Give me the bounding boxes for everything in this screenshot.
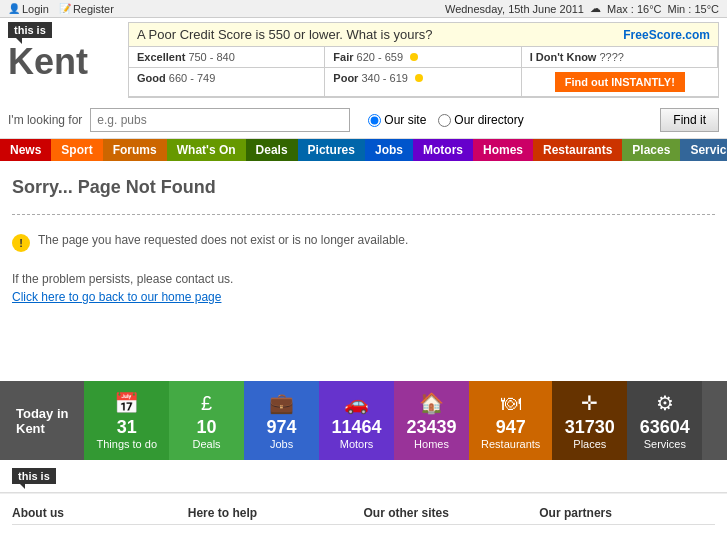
deals-icon: £	[201, 392, 212, 415]
radio-our-site-label: Our site	[384, 113, 426, 127]
nav-pictures[interactable]: Pictures	[298, 139, 365, 161]
ad-grid: Excellent 750 - 840 Fair 620 - 659 I Don…	[129, 47, 718, 97]
register-icon: 📝	[59, 3, 71, 14]
ad-good: Good 660 - 749	[129, 68, 325, 97]
today-label: Today in Kent	[0, 381, 84, 460]
motors-icon: 🚗	[344, 391, 369, 415]
footer-about: About us	[12, 506, 188, 531]
jobs-icon: 💼	[269, 391, 294, 415]
persist-message: If the problem persists, please contact …	[12, 272, 715, 286]
nav-news[interactable]: News	[0, 139, 51, 161]
places-count: 31730	[565, 417, 615, 438]
motors-count: 11464	[332, 417, 382, 438]
services-icon: ⚙	[656, 391, 674, 415]
find-button[interactable]: Find it	[660, 108, 719, 132]
today-jobs[interactable]: 💼 974 Jobs	[244, 381, 319, 460]
footer-logo: this is	[0, 460, 727, 493]
fair-dot	[410, 53, 418, 61]
services-count: 63604	[640, 417, 690, 438]
date-display: Wednesday, 15th June 2011	[445, 3, 584, 15]
login-link[interactable]: 👤 Login	[8, 3, 49, 15]
ad-cta-button[interactable]: Find out INSTANTLY!	[555, 72, 685, 92]
footer-thisis-badge: this is	[12, 468, 56, 484]
ad-cta-cell[interactable]: Find out INSTANTLY!	[522, 68, 718, 97]
today-deals[interactable]: £ 10 Deals	[169, 381, 244, 460]
footer-other-sites: Our other sites	[364, 506, 540, 531]
today-text: Today in	[16, 406, 68, 421]
footer-partners-title: Our partners	[539, 506, 715, 525]
jobs-label: Jobs	[270, 438, 293, 450]
today-bar: Today in Kent 📅 31 Things to do £ 10 Dea…	[0, 381, 727, 460]
today-homes[interactable]: 🏠 23439 Homes	[394, 381, 469, 460]
homepage-link[interactable]: Click here to go back to our home page	[12, 290, 715, 304]
motors-label: Motors	[340, 438, 374, 450]
radio-our-site[interactable]: Our site	[368, 113, 426, 127]
max-temp: Max : 16°C	[607, 3, 662, 15]
nav-whats-on[interactable]: What's On	[167, 139, 246, 161]
places-icon: ✛	[581, 391, 598, 415]
today-places[interactable]: ✛ 31730 Places	[552, 381, 627, 460]
warning-icon: !	[12, 234, 30, 252]
today-things-to-do[interactable]: 📅 31 Things to do	[84, 381, 169, 460]
search-bar: I'm looking for Our site Our directory F…	[0, 102, 727, 139]
jobs-count: 974	[267, 417, 297, 438]
ad-headline: A Poor Credit Score is 550 or lower. Wha…	[137, 27, 433, 42]
today-restaurants[interactable]: 🍽 947 Restaurants	[469, 381, 552, 460]
things-count: 31	[117, 417, 137, 438]
min-temp: Min : 15°C	[668, 3, 719, 15]
search-label: I'm looking for	[8, 113, 82, 127]
footer-help: Here to help	[188, 506, 364, 531]
login-icon: 👤	[8, 3, 20, 14]
nav-places[interactable]: Places	[622, 139, 680, 161]
restaurants-count: 947	[496, 417, 526, 438]
thisis-badge[interactable]: this is	[8, 22, 52, 38]
today-services[interactable]: ⚙ 63604 Services	[627, 381, 702, 460]
poor-dot	[415, 74, 423, 82]
radio-our-dir-input[interactable]	[438, 114, 451, 127]
footer-other-sites-title: Our other sites	[364, 506, 540, 525]
nav-jobs[interactable]: Jobs	[365, 139, 413, 161]
search-input[interactable]	[90, 108, 350, 132]
nav-motors[interactable]: Motors	[413, 139, 473, 161]
error-divider	[12, 214, 715, 215]
deals-label: Deals	[192, 438, 220, 450]
site-name: Kent	[8, 42, 88, 82]
places-label: Places	[573, 438, 606, 450]
footer-help-title: Here to help	[188, 506, 364, 525]
ad-banner: A Poor Credit Score is 550 or lower. Wha…	[128, 22, 719, 98]
homes-label: Homes	[414, 438, 449, 450]
footer-links: About us Here to help Our other sites Ou…	[0, 493, 727, 543]
homes-count: 23439	[407, 417, 457, 438]
top-bar-right: Wednesday, 15th June 2011 ☁ Max : 16°C M…	[445, 2, 719, 15]
nav-sport[interactable]: Sport	[51, 139, 102, 161]
error-message: The page you have requested does not exi…	[38, 233, 408, 247]
footer-partners: Our partners	[539, 506, 715, 531]
ad-brand: FreeScore.com	[623, 28, 710, 42]
error-box: ! The page you have requested does not e…	[12, 227, 715, 258]
radio-our-dir[interactable]: Our directory	[438, 113, 523, 127]
main-content: Sorry... Page Not Found ! The page you h…	[0, 161, 727, 361]
radio-our-site-input[interactable]	[368, 114, 381, 127]
weather-icon: ☁	[590, 2, 601, 15]
services-label: Services	[644, 438, 686, 450]
top-bar: 👤 Login 📝 Register Wednesday, 15th June …	[0, 0, 727, 18]
nav-forums[interactable]: Forums	[103, 139, 167, 161]
nav-deals[interactable]: Deals	[246, 139, 298, 161]
nav-services[interactable]: Services	[680, 139, 727, 161]
login-label: Login	[22, 3, 49, 15]
today-motors[interactable]: 🚗 11464 Motors	[319, 381, 394, 460]
nav-homes[interactable]: Homes	[473, 139, 533, 161]
calendar-icon: 📅	[114, 391, 139, 415]
register-link[interactable]: 📝 Register	[59, 3, 114, 15]
ad-poor: Poor 340 - 619	[325, 68, 521, 97]
today-location: Kent	[16, 421, 68, 436]
ad-excellent: Excellent 750 - 840	[129, 47, 325, 68]
nav-restaurants[interactable]: Restaurants	[533, 139, 622, 161]
page-not-found-title: Sorry... Page Not Found	[12, 177, 715, 198]
restaurants-label: Restaurants	[481, 438, 540, 450]
radio-our-dir-label: Our directory	[454, 113, 523, 127]
top-bar-left: 👤 Login 📝 Register	[8, 3, 114, 15]
things-label: Things to do	[96, 438, 157, 450]
nav-bar: News Sport Forums What's On Deals Pictur…	[0, 139, 727, 161]
main-header: this is Kent A Poor Credit Score is 550 …	[0, 18, 727, 102]
